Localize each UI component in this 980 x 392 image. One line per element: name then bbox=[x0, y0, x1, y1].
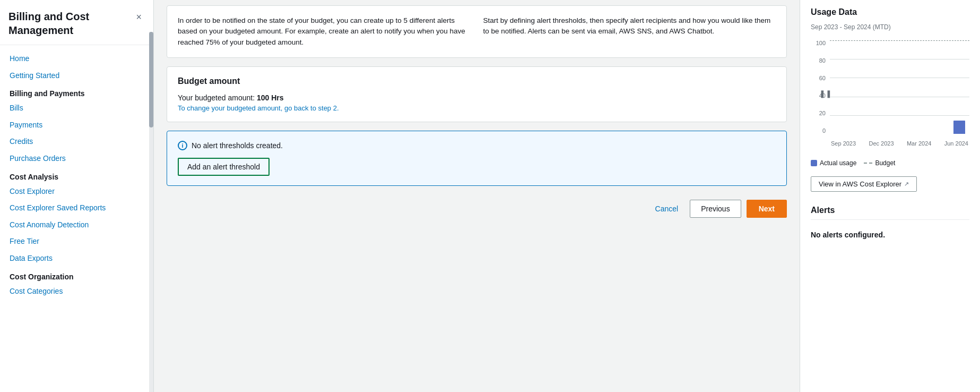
sidebar-section-billing: Billing and Payments bbox=[0, 84, 153, 100]
right-panel: Usage Data Sep 2023 - Sep 2024 (MTD) 100… bbox=[800, 0, 980, 392]
sidebar-item-getting-started[interactable]: Getting Started bbox=[0, 67, 153, 84]
sidebar-nav: Home Getting Started Billing and Payment… bbox=[0, 45, 153, 392]
sidebar-item-cost-anomaly[interactable]: Cost Anomaly Detection bbox=[0, 217, 153, 234]
center-panel: In order to be notified on the state of … bbox=[154, 0, 800, 392]
budget-change-link[interactable]: To change your budgeted amount, go back … bbox=[178, 104, 776, 112]
sidebar-scrollbar-thumb bbox=[149, 32, 153, 127]
legend-actual-label: Actual usage bbox=[820, 159, 856, 167]
close-icon[interactable]: × bbox=[133, 11, 145, 24]
budget-amount-value: 100 Hrs bbox=[257, 93, 284, 102]
x-label-mar2024: Mar 2024 bbox=[907, 140, 931, 147]
alert-card: i No alert thresholds created. Add an al… bbox=[167, 131, 787, 186]
legend-actual-icon bbox=[811, 160, 817, 166]
no-threshold-text: No alert thresholds created. bbox=[192, 141, 283, 150]
sidebar-item-home[interactable]: Home bbox=[0, 50, 153, 67]
main-content: In order to be notified on the state of … bbox=[154, 0, 980, 392]
chart-x-axis: Sep 2023 Dec 2023 Mar 2024 Jun 2024 bbox=[830, 140, 969, 147]
chart-y-axis: 100 80 60 40 20 0 bbox=[811, 40, 828, 134]
chart-bar-jun2024 bbox=[953, 121, 965, 134]
y-label-60: 60 bbox=[819, 75, 826, 81]
sidebar-section-cost-org: Cost Organization bbox=[0, 267, 153, 283]
chart-subtitle: Sep 2023 - Sep 2024 (MTD) bbox=[811, 23, 969, 31]
sidebar-item-cost-categories[interactable]: Cost Categories bbox=[0, 283, 153, 300]
legend-budget-icon bbox=[864, 163, 872, 164]
sidebar: Billing and Cost Management × Home Getti… bbox=[0, 0, 154, 392]
previous-button[interactable]: Previous bbox=[690, 200, 741, 218]
sidebar-section-cost-analysis: Cost Analysis bbox=[0, 167, 153, 183]
y-label-80: 80 bbox=[819, 58, 826, 64]
info-icon: i bbox=[178, 141, 187, 150]
info-card-col1: In order to be notified on the state of … bbox=[178, 15, 471, 48]
budget-card-title: Budget amount bbox=[178, 76, 776, 86]
sidebar-item-bills[interactable]: Bills bbox=[0, 100, 153, 117]
external-link-icon: ↗ bbox=[904, 181, 909, 188]
sidebar-item-free-tier[interactable]: Free Tier bbox=[0, 233, 153, 250]
budget-amount-label: Your budgeted amount: bbox=[178, 93, 255, 102]
legend-actual-usage: Actual usage bbox=[811, 159, 856, 167]
sidebar-item-payments[interactable]: Payments bbox=[0, 117, 153, 134]
chart-title: Usage Data bbox=[811, 7, 969, 17]
sidebar-item-data-exports[interactable]: Data Exports bbox=[0, 250, 153, 267]
alerts-title: Alerts bbox=[811, 206, 969, 220]
sidebar-item-credits[interactable]: Credits bbox=[0, 133, 153, 150]
sidebar-item-cost-explorer[interactable]: Cost Explorer bbox=[0, 183, 153, 200]
sidebar-scrollbar[interactable] bbox=[149, 32, 153, 392]
action-row: Cancel Previous Next bbox=[167, 194, 787, 220]
chart-container: 100 80 60 40 20 0 ❚❚ bbox=[811, 40, 969, 147]
y-label-0: 0 bbox=[822, 128, 826, 134]
sidebar-item-purchase-orders[interactable]: Purchase Orders bbox=[0, 150, 153, 167]
sidebar-header: Billing and Cost Management × bbox=[0, 0, 153, 45]
x-label-jun2024: Jun 2024 bbox=[944, 140, 968, 147]
view-aws-label: View in AWS Cost Explorer bbox=[819, 180, 901, 188]
chart-legend: Actual usage Budget bbox=[811, 159, 969, 167]
chart-bars bbox=[830, 40, 969, 134]
add-alert-threshold-button[interactable]: Add an alert threshold bbox=[178, 158, 270, 176]
info-card: In order to be notified on the state of … bbox=[167, 5, 787, 58]
cancel-button[interactable]: Cancel bbox=[649, 200, 685, 217]
x-label-dec2023: Dec 2023 bbox=[869, 140, 894, 147]
x-label-sep2023: Sep 2023 bbox=[831, 140, 856, 147]
legend-budget-label: Budget bbox=[875, 159, 895, 167]
budget-amount-row: Your budgeted amount: 100 Hrs bbox=[178, 93, 776, 102]
y-label-20: 20 bbox=[819, 110, 826, 116]
budget-card: Budget amount Your budgeted amount: 100 … bbox=[167, 66, 787, 122]
legend-budget: Budget bbox=[864, 159, 895, 167]
info-card-col2: Start by defining alert thresholds, then… bbox=[483, 15, 776, 48]
y-label-100: 100 bbox=[816, 40, 826, 46]
no-alerts-text: No alerts configured. bbox=[811, 231, 969, 239]
alert-no-threshold-row: i No alert thresholds created. bbox=[178, 141, 776, 150]
sidebar-title: Billing and Cost Management bbox=[8, 10, 133, 37]
view-aws-cost-explorer-button[interactable]: View in AWS Cost Explorer ↗ bbox=[811, 176, 917, 192]
sidebar-item-cost-explorer-saved[interactable]: Cost Explorer Saved Reports bbox=[0, 200, 153, 217]
next-button[interactable]: Next bbox=[747, 200, 787, 218]
